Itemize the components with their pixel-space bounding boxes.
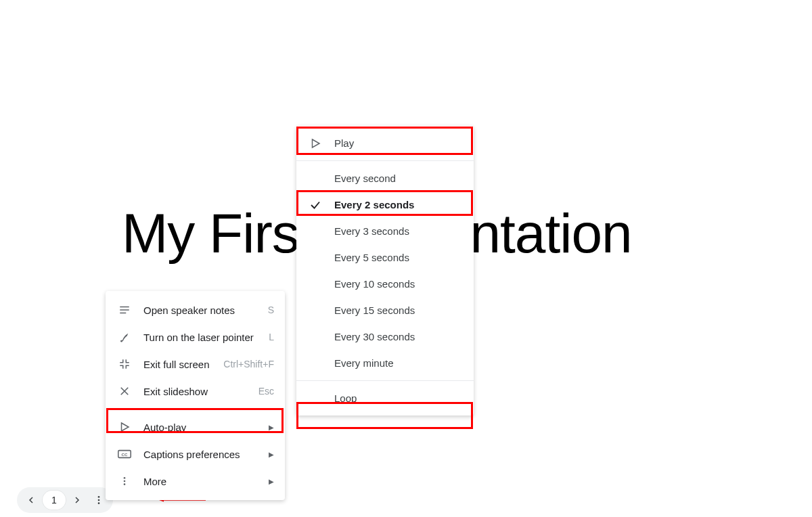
submenu-interval-option[interactable]: Every 2 seconds	[296, 192, 474, 218]
submenu-interval-option[interactable]: Every minute	[296, 350, 474, 376]
menu-label: More	[143, 476, 263, 487]
autoplay-submenu: Play Every secondEvery 2 secondsEvery 3 …	[296, 126, 474, 415]
svg-rect-5	[120, 307, 129, 308]
submenu-label: Every 3 seconds	[334, 225, 409, 237]
svg-point-2	[98, 502, 100, 504]
close-icon	[116, 385, 133, 397]
menu-label: Auto-play	[143, 422, 263, 433]
submenu-interval-option[interactable]: Every 15 seconds	[296, 297, 474, 323]
menu-label: Exit full screen	[143, 359, 218, 370]
submenu-label: Loop	[334, 392, 357, 404]
menu-auto-play[interactable]: Auto-play ▶	[106, 413, 285, 441]
svg-marker-11	[122, 423, 129, 431]
submenu-label: Every minute	[334, 357, 394, 369]
submenu-arrow-icon: ▶	[269, 478, 274, 485]
svg-rect-7	[120, 313, 126, 314]
submenu-interval-option[interactable]: Every 10 seconds	[296, 271, 474, 297]
submenu-label: Play	[334, 137, 354, 149]
menu-shortcut: L	[269, 332, 274, 342]
svg-point-14	[124, 477, 126, 479]
menu-shortcut: Ctrl+Shift+F	[223, 359, 274, 369]
menu-captions-preferences[interactable]: CC Captions preferences ▶	[106, 441, 285, 468]
submenu-divider	[296, 160, 474, 161]
menu-laser-pointer[interactable]: Turn on the laser pointer L	[106, 323, 285, 351]
exit-fullscreen-icon	[116, 358, 133, 370]
menu-label: Open speaker notes	[143, 305, 263, 316]
svg-rect-6	[120, 309, 129, 311]
more-icon	[116, 476, 133, 487]
svg-text:CC: CC	[122, 452, 128, 457]
menu-exit-slideshow[interactable]: Exit slideshow Esc	[106, 378, 285, 405]
submenu-label: Every 2 seconds	[334, 199, 414, 210]
options-menu: Open speaker notes S Turn on the laser p…	[106, 291, 285, 500]
svg-point-0	[98, 496, 100, 498]
menu-label: Turn on the laser pointer	[143, 332, 263, 343]
menu-open-speaker-notes[interactable]: Open speaker notes S	[106, 296, 285, 323]
menu-shortcut: S	[268, 305, 274, 315]
submenu-loop[interactable]: Loop	[296, 385, 474, 411]
submenu-label: Every 5 seconds	[334, 252, 409, 263]
menu-shortcut: Esc	[258, 386, 274, 397]
submenu-label: Every 10 seconds	[334, 278, 415, 290]
svg-point-16	[124, 483, 126, 485]
chevron-left-icon	[26, 495, 37, 505]
submenu-interval-option[interactable]: Every 5 seconds	[296, 244, 474, 271]
submenu-interval-option[interactable]: Every 3 seconds	[296, 218, 474, 244]
submenu-divider	[296, 380, 474, 381]
submenu-play[interactable]: Play	[296, 130, 474, 156]
submenu-label: Every 30 seconds	[334, 331, 415, 342]
slide-nav: 1	[17, 487, 113, 513]
svg-point-15	[124, 480, 126, 482]
submenu-arrow-icon: ▶	[269, 424, 274, 431]
svg-marker-17	[313, 139, 320, 148]
play-icon	[307, 137, 323, 150]
notes-icon	[116, 304, 133, 316]
next-slide-button[interactable]	[67, 490, 87, 510]
kebab-icon	[93, 495, 104, 505]
submenu-label: Every 15 seconds	[334, 305, 415, 316]
cc-icon: CC	[116, 447, 133, 461]
play-icon	[116, 421, 133, 433]
menu-label: Captions preferences	[143, 449, 263, 460]
menu-label: Exit slideshow	[143, 386, 253, 397]
check-icon	[307, 199, 323, 211]
submenu-arrow-icon: ▶	[269, 451, 274, 458]
svg-point-8	[120, 340, 122, 342]
submenu-label: Every second	[334, 173, 396, 184]
submenu-interval-option[interactable]: Every second	[296, 165, 474, 192]
slide-number[interactable]: 1	[43, 491, 66, 510]
menu-exit-full-screen[interactable]: Exit full screen Ctrl+Shift+F	[106, 351, 285, 378]
prev-slide-button[interactable]	[21, 490, 41, 510]
submenu-interval-option[interactable]: Every 30 seconds	[296, 323, 474, 350]
laser-icon	[116, 331, 133, 343]
svg-point-1	[98, 499, 100, 501]
menu-more[interactable]: More ▶	[106, 468, 285, 495]
chevron-right-icon	[72, 495, 83, 505]
menu-divider	[106, 409, 285, 409]
